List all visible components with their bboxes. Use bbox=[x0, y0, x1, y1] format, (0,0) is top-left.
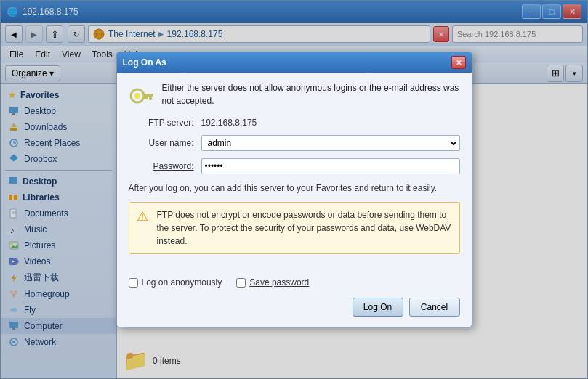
password-label: Password: bbox=[129, 161, 201, 171]
ftp-server-row: FTP server: 192.168.8.175 bbox=[129, 118, 460, 128]
anon-label: Log on anonymously bbox=[142, 277, 222, 288]
dialog-message-text: Either the server does not allow anonymo… bbox=[162, 81, 460, 107]
save-password-checkbox-label[interactable]: Save password bbox=[236, 277, 309, 288]
key-icon bbox=[129, 81, 155, 107]
save-password-label: Save password bbox=[249, 277, 309, 288]
warning-text: FTP does not encrypt or encode passwords… bbox=[157, 208, 452, 248]
username-label: User name: bbox=[129, 138, 201, 148]
logon-dialog: Log On As ✕ Either the server does not a… bbox=[116, 52, 472, 327]
username-row: User name: admin bbox=[129, 135, 460, 151]
dialog-close-button[interactable]: ✕ bbox=[451, 56, 466, 69]
dialog-title: Log On As bbox=[123, 57, 166, 68]
dialog-title-bar: Log On As ✕ bbox=[117, 52, 472, 73]
dialog-warning: ⚠ FTP does not encrypt or encode passwor… bbox=[129, 202, 460, 254]
svg-point-42 bbox=[134, 93, 140, 99]
svg-rect-44 bbox=[149, 97, 152, 100]
dialog-buttons: Log On Cancel bbox=[129, 298, 460, 317]
log-on-button[interactable]: Log On bbox=[353, 298, 403, 317]
svg-rect-43 bbox=[143, 94, 153, 97]
warning-icon: ⚠ bbox=[137, 208, 151, 224]
dialog-body: Either the server does not allow anonymo… bbox=[117, 73, 472, 273]
dialog-info-text: After you log on, you can add this serve… bbox=[129, 182, 460, 195]
anon-checkbox-label[interactable]: Log on anonymously bbox=[129, 277, 222, 288]
username-wrap: admin bbox=[201, 135, 460, 151]
anon-checkbox[interactable] bbox=[129, 278, 138, 288]
dialog-footer: Log on anonymously Save password Log On … bbox=[117, 273, 472, 327]
cancel-button[interactable]: Cancel bbox=[409, 298, 460, 317]
password-row: Password: bbox=[129, 158, 460, 174]
dialog-message-area: Either the server does not allow anonymo… bbox=[129, 81, 460, 107]
ftp-server-label: FTP server: bbox=[129, 118, 201, 128]
modal-overlay: Log On As ✕ Either the server does not a… bbox=[0, 0, 588, 379]
ftp-server-value: 192.168.8.175 bbox=[201, 118, 257, 128]
username-select[interactable]: admin bbox=[201, 135, 460, 151]
password-input[interactable] bbox=[201, 158, 460, 174]
svg-rect-45 bbox=[145, 97, 148, 99]
save-password-checkbox[interactable] bbox=[236, 278, 246, 288]
dialog-checkboxes: Log on anonymously Save password bbox=[129, 277, 460, 288]
